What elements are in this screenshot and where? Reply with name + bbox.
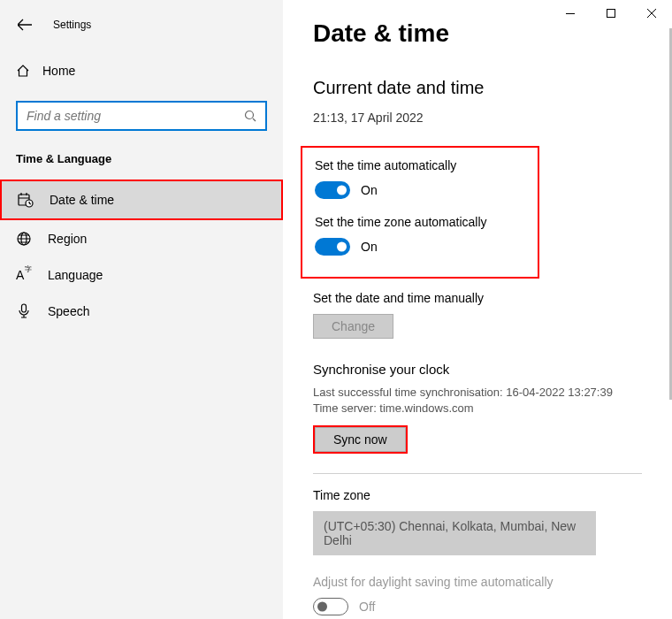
- highlight-auto-settings: Set the time automatically On Set the ti…: [301, 146, 539, 279]
- current-heading: Current date and time: [313, 78, 642, 98]
- sync-now-button[interactable]: Sync now: [315, 427, 406, 452]
- current-datetime-value: 21:13, 17 April 2022: [313, 111, 642, 125]
- svg-point-2: [246, 111, 254, 119]
- home-link[interactable]: Home: [0, 55, 283, 87]
- sidebar-item-label: Language: [48, 268, 103, 282]
- auto-tz-state: On: [361, 240, 378, 254]
- microphone-icon: [16, 303, 32, 319]
- minimize-button[interactable]: [550, 0, 591, 27]
- dst-label: Adjust for daylight saving time automati…: [313, 575, 642, 589]
- sidebar-item-label: Speech: [48, 304, 89, 318]
- sync-heading: Synchronise your clock: [313, 362, 642, 377]
- auto-tz-toggle[interactable]: [315, 238, 350, 256]
- sidebar-item-label: Date & time: [50, 193, 114, 207]
- main-content: Date & time Current date and time 21:13,…: [283, 0, 672, 619]
- maximize-button[interactable]: [591, 0, 631, 27]
- change-button: Change: [313, 314, 393, 339]
- sidebar-item-date-time[interactable]: Date & time: [2, 181, 281, 218]
- sidebar-item-language[interactable]: A字 Language: [0, 257, 283, 293]
- window-title: Settings: [53, 19, 91, 31]
- auto-tz-label: Set the time zone automatically: [315, 215, 525, 229]
- auto-time-label: Set the time automatically: [315, 158, 525, 172]
- language-icon: A字: [16, 268, 32, 282]
- search-input-wrapper[interactable]: [16, 101, 267, 131]
- svg-rect-0: [566, 13, 575, 14]
- sync-last: Last successful time synchronisation: 16…: [313, 386, 642, 399]
- svg-rect-1: [607, 10, 615, 18]
- home-label: Home: [42, 64, 75, 78]
- dst-toggle: [313, 598, 348, 615]
- timezone-select[interactable]: (UTC+05:30) Chennai, Kolkata, Mumbai, Ne…: [313, 511, 596, 555]
- globe-icon: [16, 231, 32, 247]
- close-button[interactable]: [631, 0, 672, 27]
- search-icon: [244, 110, 256, 122]
- auto-time-state: On: [361, 183, 378, 197]
- sidebar-item-region[interactable]: Region: [0, 220, 283, 257]
- back-button[interactable]: [16, 16, 34, 34]
- tz-label: Time zone: [313, 488, 642, 502]
- home-icon: [16, 64, 30, 78]
- dst-state: Off: [359, 600, 375, 614]
- sync-server: Time server: time.windows.com: [313, 401, 642, 415]
- calendar-clock-icon: [18, 192, 34, 208]
- sidebar-item-speech[interactable]: Speech: [0, 293, 283, 330]
- svg-rect-7: [22, 304, 27, 312]
- section-heading: Time & Language: [0, 152, 283, 180]
- auto-time-toggle[interactable]: [315, 181, 350, 199]
- search-input[interactable]: [27, 109, 244, 123]
- manual-label: Set the date and time manually: [313, 291, 642, 305]
- sidebar: Settings Home Time & Language Date & tim…: [0, 0, 283, 619]
- sidebar-item-label: Region: [48, 232, 87, 246]
- divider: [313, 473, 642, 474]
